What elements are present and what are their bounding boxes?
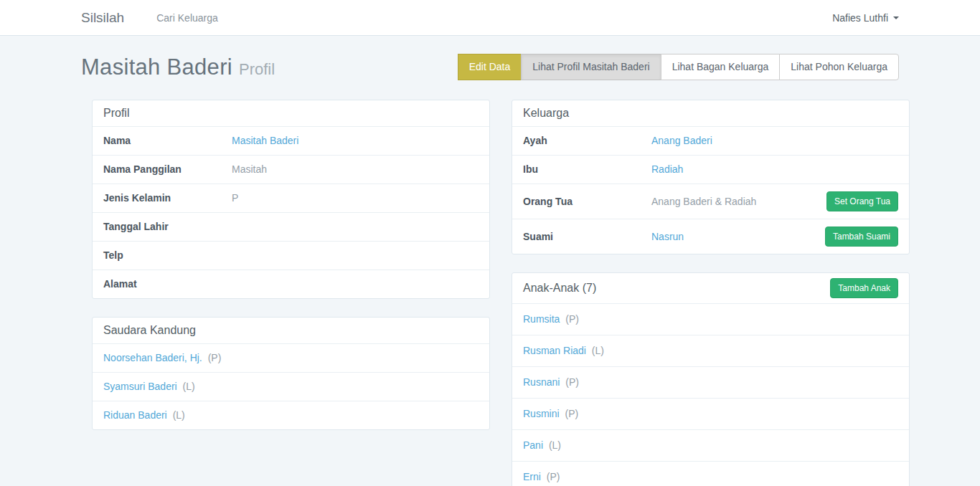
header-action-button[interactable]: Edit Data [458,54,522,80]
row-label: Ibu [523,163,651,176]
row-label: Telp [103,249,232,262]
saudara-kandung-panel: Saudara Kandung Noorsehan Baderi, Hj. (P… [92,317,490,430]
header-action-button[interactable]: Lihat Bagan Keluarga [661,54,781,80]
saudara-list: Noorsehan Baderi, Hj. (P) Syamsuri Bader… [93,343,489,429]
person-link[interactable]: Erni [523,471,541,482]
gender-label: (P) [565,313,579,325]
gender-label: (L) [183,381,195,392]
row-value: Anang Baderi & Radiah [651,195,756,209]
saudara-panel-title: Saudara Kandung [93,318,489,343]
caret-down-icon [893,16,899,19]
profil-panel: Profil Nama Masitah Baderi Nama Panggila… [92,100,490,299]
anak-list: Rumsita (P) Rusman Riadi (L) Rusnani (P) [512,303,909,486]
profile-actions-group: Edit Data Lihat Profil Masitah Baderi Li… [458,54,899,80]
row-value[interactable]: Nasrun [651,230,684,244]
list-item: Erni (P) [512,461,909,486]
keluarga-panel-title: Keluarga [512,100,909,126]
gender-label: (L) [592,345,604,356]
row-label: Nama [103,134,232,148]
row-action-button[interactable]: Set Orang Tua [826,191,898,211]
navbar: Silsilah Cari Keluarga Nafies Luthfi [0,0,980,36]
user-name: Nafies Luthfi [832,12,888,24]
keluarga-panel: Keluarga Ayah Anang Baderi Ibu [512,100,910,254]
table-row: Nama Masitah Baderi [93,126,489,155]
table-row: Nama Panggilan Masitah [93,155,489,184]
gender-label: (L) [173,409,185,421]
row-label: Tanggal Lahir [103,220,232,234]
table-row: Tanggal Lahir [93,212,489,241]
tambah-anak-button[interactable]: Tambah Anak [830,278,898,298]
list-item: Pani (L) [512,429,909,461]
row-value: Masitah [232,163,267,176]
row-action-button[interactable]: Tambah Suami [825,227,898,247]
person-link[interactable]: Rusmini [523,408,560,419]
gender-label: (P) [208,352,222,363]
right-column: Keluarga Ayah Anang Baderi Ibu [501,100,920,486]
profil-panel-title: Profil [93,100,489,126]
brand-link[interactable]: Silsilah [81,10,124,26]
row-label: Orang Tua [523,195,651,209]
person-link[interactable]: Rusnani [523,376,560,388]
person-link[interactable]: Riduan Baderi [103,409,167,421]
anak-panel-title: Anak-Anak (7) [523,281,596,295]
title-wrap: Masitah Baderi Profil [81,54,275,80]
left-column: Profil Nama Masitah Baderi Nama Panggila… [81,100,501,448]
page-header: Masitah Baderi Profil Edit Data Lihat Pr… [81,54,899,80]
person-link[interactable]: Syamsuri Baderi [103,381,177,392]
person-link[interactable]: Rusman Riadi [523,345,586,356]
gender-label: (P) [565,376,579,388]
keluarga-table: Ayah Anang Baderi Ibu Radiah [512,126,909,254]
gender-label: (L) [549,439,561,451]
row-label: Suami [523,230,651,244]
list-item: Syamsuri Baderi (L) [93,372,489,401]
nav-link-cari-keluarga[interactable]: Cari Keluarga [156,12,218,24]
list-item: Rusnani (P) [512,366,909,398]
header-action-button[interactable]: Lihat Pohon Keluarga [779,54,899,80]
row-value[interactable]: Anang Baderi [651,134,712,148]
list-item: Rusman Riadi (L) [512,335,909,366]
page-subtitle: Profil [239,60,275,79]
user-menu-dropdown[interactable]: Nafies Luthfi [832,12,899,24]
header-action-button[interactable]: Lihat Profil Masitah Baderi [521,54,661,80]
table-row: Suami Nasrun Tambah Suami [512,219,909,254]
row-label: Ayah [523,134,651,148]
person-link[interactable]: Pani [523,439,543,451]
page-title: Masitah Baderi [81,54,232,80]
list-item: Noorsehan Baderi, Hj. (P) [93,343,489,372]
table-row: Ibu Radiah [512,155,909,184]
row-label: Nama Panggilan [103,163,232,176]
table-row: Ayah Anang Baderi [512,126,909,155]
table-row: Jenis Kelamin P [93,184,489,212]
row-value: P [232,191,238,205]
gender-label: (P) [547,471,560,482]
profil-table: Nama Masitah Baderi Nama Panggilan Masit… [93,126,489,298]
list-item: Rumsita (P) [512,303,909,335]
list-item: Rusmini (P) [512,398,909,429]
anak-anak-panel: Anak-Anak (7) Tambah Anak Rumsita (P) Ru… [512,272,910,486]
person-link[interactable]: Rumsita [523,313,560,325]
person-link[interactable]: Noorsehan Baderi, Hj. [103,352,202,363]
table-row: Telp [93,241,489,270]
row-value[interactable]: Masitah Baderi [232,134,298,148]
row-label: Alamat [103,277,232,291]
row-label: Jenis Kelamin [103,191,232,205]
gender-label: (P) [565,408,578,419]
table-row: Orang Tua Anang Baderi & Radiah Set Oran… [512,184,909,219]
list-item: Riduan Baderi (L) [93,401,489,429]
row-value[interactable]: Radiah [651,163,683,176]
table-row: Alamat [93,270,489,298]
